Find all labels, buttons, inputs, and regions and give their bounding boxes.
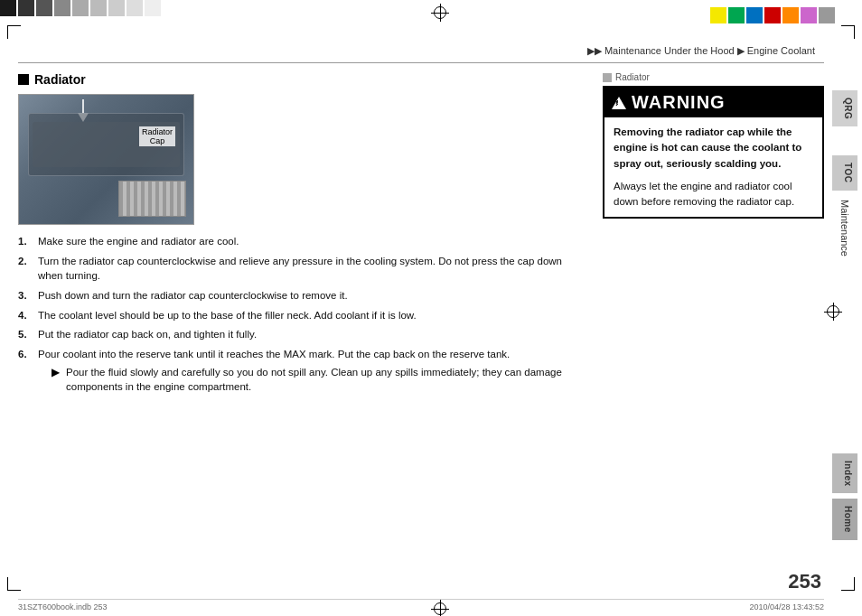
radiator-image: RadiatorCap [18, 94, 194, 225]
swatch-green [728, 7, 745, 23]
file-info-right: 2010/04/28 13:43:52 [749, 602, 824, 611]
step-6-content: Pour coolant into the reserve tank until… [38, 347, 589, 395]
step-1: 1. Make sure the engine and radiator are… [18, 234, 589, 249]
swatch-blue [746, 7, 763, 23]
swatch-yellow [710, 7, 726, 23]
warning-text-1: Removing the radiator cap while the engi… [614, 126, 801, 169]
swatch-dark-gray-1 [18, 0, 34, 16]
swatch-light-gray-1 [72, 0, 89, 16]
swatch-gray [819, 7, 835, 23]
step-6-number: 6. [18, 347, 34, 395]
section-header: Radiator [18, 72, 589, 87]
warning-text-2: Always let the engine and radiator cool … [614, 179, 813, 210]
swatch-very-light-gray [145, 0, 161, 16]
warning-box: ! WARNING Removing the radiator cap whil… [603, 86, 824, 219]
sidebar-tab-index[interactable]: Index [832, 453, 857, 494]
radiator-cap-label: RadiatorCap [139, 126, 175, 146]
step-6-text: Pour coolant into the reserve tank until… [38, 349, 510, 359]
section-title: Radiator [34, 72, 86, 87]
corner-bracket-tl [7, 25, 21, 39]
step-3: 3. Push down and turn the radiator cap c… [18, 288, 589, 303]
swatch-red [764, 7, 781, 23]
swatch-pink [801, 7, 817, 23]
swatch-dark-gray-2 [36, 0, 52, 16]
step-4-text: The coolant level should be up to the ba… [38, 308, 589, 323]
step-5-number: 5. [18, 327, 34, 342]
content-divider [18, 62, 824, 63]
right-column: Radiator ! WARNING Removing the radiator… [603, 72, 824, 399]
file-info-left: 31SZT600book.indb 253 [18, 602, 108, 611]
color-swatches-right [710, 7, 835, 23]
step-4-number: 4. [18, 308, 34, 323]
substep-arrow: ▶ [52, 365, 62, 395]
steps-list: 1. Make sure the engine and radiator are… [18, 234, 589, 395]
step-5: 5. Put the radiator cap back on, and tig… [18, 327, 589, 342]
step-2-number: 2. [18, 254, 34, 284]
swatch-light-gray-2 [90, 0, 107, 16]
sidebar-tab-toc[interactable]: TOC [832, 155, 857, 190]
swatch-light-gray-4 [126, 0, 143, 16]
corner-bracket-br [841, 577, 855, 591]
swatch-black [0, 0, 16, 16]
swatch-light-gray-3 [108, 0, 125, 16]
main-content: ▶▶ Maintenance Under the Hood ▶ Engine C… [18, 45, 824, 580]
radiator-inset [118, 181, 186, 217]
bottom-bar: 31SZT600book.indb 253 2010/04/28 13:43:5… [18, 599, 824, 611]
step-3-text: Push down and turn the radiator cap coun… [38, 288, 589, 303]
warning-triangle-icon: ! [612, 97, 626, 109]
step-1-text: Make sure the engine and radiator are co… [38, 234, 589, 249]
breadcrumb: ▶▶ Maintenance Under the Hood ▶ Engine C… [18, 45, 824, 57]
radiator-ref: Radiator [603, 72, 824, 82]
ref-icon [603, 73, 612, 82]
sidebar-tab-qrg[interactable]: QRG [832, 90, 857, 126]
step-4: 4. The coolant level should be up to the… [18, 308, 589, 323]
step-2-text: Turn the radiator cap counterclockwise a… [38, 254, 589, 284]
sidebar-tab-home[interactable]: Home [832, 499, 857, 540]
section-marker-icon [18, 74, 29, 85]
radiator-ref-label: Radiator [615, 72, 650, 82]
step-3-number: 3. [18, 288, 34, 303]
step-2: 2. Turn the radiator cap counterclockwis… [18, 254, 589, 284]
warning-text: Removing the radiator cap while the engi… [614, 125, 813, 210]
step-5-text: Put the radiator cap back on, and tighte… [38, 327, 589, 342]
warning-title: WARNING [632, 92, 726, 113]
step-6-substep-text: Pour the fluid slowly and carefully so y… [66, 365, 589, 395]
step-1-number: 1. [18, 234, 34, 249]
warning-header: ! WARNING [604, 88, 822, 117]
page-number: 253 [788, 570, 821, 593]
left-column: Radiator RadiatorCap [18, 72, 589, 399]
step-6: 6. Pour coolant into the reserve tank un… [18, 347, 589, 395]
sidebar-maintenance-label: Maintenance [835, 192, 855, 264]
radiator-image-inner: RadiatorCap [19, 95, 193, 224]
swatch-orange [782, 7, 799, 23]
content-columns: Radiator RadiatorCap [18, 72, 824, 399]
step-6-substep: ▶ Pour the fluid slowly and carefully so… [52, 365, 589, 395]
swatch-medium-gray [54, 0, 70, 16]
